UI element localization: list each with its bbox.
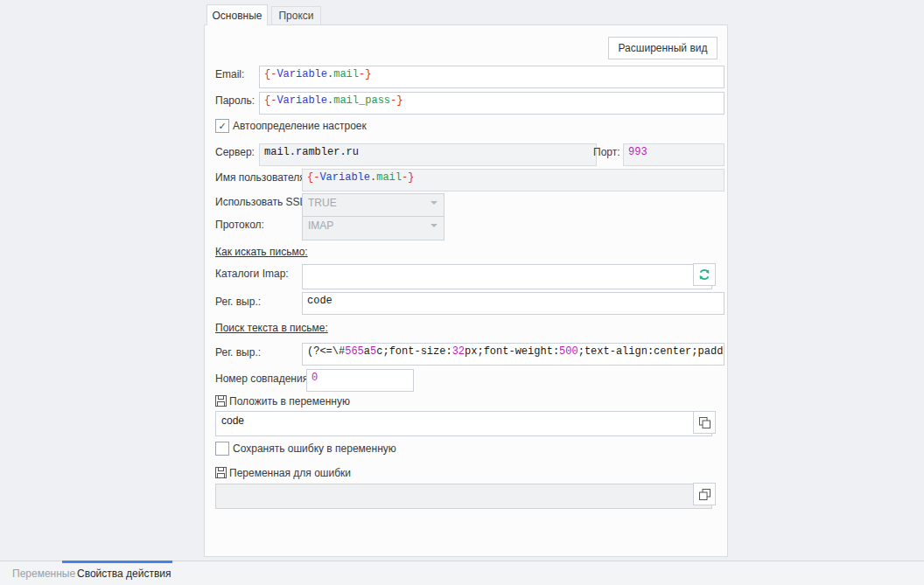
tab-main-label: Основные	[213, 10, 262, 22]
bottom-tab-bar: Переменные Свойства действия	[0, 561, 924, 585]
copy-icon	[698, 416, 711, 429]
check-icon: ✓	[218, 121, 226, 132]
email-label: Email:	[215, 68, 244, 80]
port-label: Порт:	[593, 146, 620, 158]
save-error-checkbox[interactable]	[215, 442, 229, 456]
username-label: Имя пользователя:	[215, 171, 308, 184]
copy-icon	[698, 488, 711, 501]
tab-main[interactable]: Основные	[206, 4, 268, 25]
password-field[interactable]: {-Variable.mail_pass-}	[259, 92, 724, 115]
server-field[interactable]: mail.rambler.ru	[259, 143, 597, 166]
match-number-label: Номер совпадения:	[215, 373, 311, 385]
use-ssl-label: Использовать SSL:	[215, 196, 309, 208]
dropdown-arrow-icon	[430, 224, 438, 227]
protocol-combo[interactable]: IMAP	[302, 216, 444, 240]
username-field[interactable]: {-Variable.mail-}	[302, 169, 724, 192]
imap-dirs-label: Каталоги Imap:	[215, 268, 289, 280]
tab-proxy-label: Прокси	[278, 10, 313, 22]
use-ssl-value: TRUE	[308, 197, 337, 209]
protocol-label: Протокол:	[215, 219, 264, 231]
refresh-icon	[697, 268, 711, 282]
error-variable-label: Переменная для ошибки	[229, 467, 351, 479]
error-variable-combo[interactable]	[215, 484, 712, 509]
tab-variables[interactable]: Переменные	[12, 568, 75, 580]
copy-error-variable-button[interactable]	[693, 483, 716, 505]
advanced-view-label: Расширенный вид	[619, 42, 708, 54]
text-search-link[interactable]: Поиск текста в письме:	[215, 322, 328, 334]
save-icon	[215, 395, 227, 407]
advanced-view-button[interactable]: Расширенный вид	[608, 37, 718, 59]
regex-search-field[interactable]: code	[302, 292, 724, 315]
regex-extract-field[interactable]: (?<=\#565a5c;font-size:32px;font-weight:…	[302, 343, 724, 366]
copy-variable-button[interactable]	[693, 411, 716, 434]
email-field[interactable]: {-Variable.mail-}	[259, 66, 724, 88]
protocol-value: IMAP	[308, 219, 333, 232]
tab-proxy[interactable]: Прокси	[271, 6, 321, 24]
autodetect-checkbox[interactable]: ✓	[215, 119, 229, 133]
autodetect-label: Автоопределение настроек	[233, 120, 367, 132]
server-label: Сервер:	[215, 146, 255, 158]
dropdown-arrow-icon	[430, 201, 438, 205]
port-field[interactable]: 993	[623, 143, 724, 166]
password-label: Пароль:	[215, 94, 255, 107]
regex-search-label: Рег. выр.:	[215, 296, 261, 308]
tab-action-properties[interactable]: Свойства действия	[77, 568, 171, 580]
save-error-label: Сохранять ошибку в переменную	[233, 442, 396, 455]
imap-dirs-combo[interactable]	[302, 264, 712, 289]
use-ssl-combo[interactable]: TRUE	[302, 193, 444, 218]
regex-extract-label: Рег. выр.:	[215, 346, 261, 359]
put-variable-value: code	[221, 414, 244, 427]
active-tab-indicator	[62, 561, 172, 563]
save-icon	[215, 467, 227, 478]
put-variable-label: Положить в переменную	[229, 395, 350, 407]
match-number-field[interactable]: 0	[306, 369, 414, 392]
put-variable-combo[interactable]: code	[215, 411, 712, 436]
refresh-folders-button[interactable]	[693, 263, 716, 286]
how-to-search-link[interactable]: Как искать письмо:	[215, 246, 308, 258]
